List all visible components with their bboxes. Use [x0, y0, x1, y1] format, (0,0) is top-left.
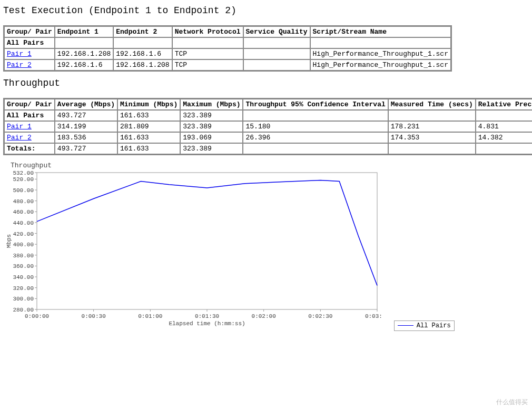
throughput-section-title: Throughput: [3, 78, 529, 88]
cell-proto: TCP: [172, 59, 243, 71]
cell-sq: [243, 59, 310, 71]
cell-pair: Pair 1: [4, 48, 55, 59]
cell-script: High_Performance_Throughput_1.scr: [310, 48, 451, 59]
svg-text:0:00:30: 0:00:30: [82, 313, 106, 319]
cell-avg: 314.199: [55, 121, 117, 132]
cell-time: 178.231: [388, 121, 476, 132]
table-row: Pair 1314.199281.809323.38915.180178.231…: [4, 121, 532, 132]
legend-line-icon: [398, 325, 413, 326]
chart-title: Throughput: [11, 162, 529, 169]
cell-pair: All Pairs: [4, 110, 55, 121]
cell-ci: 15.180: [243, 121, 388, 132]
exec-table: Group/ PairEndpoint 1Endpoint 2Network P…: [3, 25, 452, 72]
exec-col-header: Service Quality: [243, 26, 310, 37]
cell-ci: [243, 143, 388, 154]
cell-ci: [243, 110, 388, 121]
cell-max: 323.389: [180, 121, 243, 132]
legend-label: All Pairs: [417, 322, 451, 329]
cell-proto: [172, 37, 243, 48]
cell-pair: Pair 2: [4, 59, 55, 71]
cell-pair: Totals:: [4, 143, 55, 154]
table-row: Pair 1192.168.1.208192.168.1.6TCPHigh_Pe…: [4, 48, 451, 59]
svg-text:280.00: 280.00: [13, 307, 34, 313]
svg-text:460.00: 460.00: [13, 209, 34, 215]
cell-avg: 493.727: [55, 143, 117, 154]
exec-col-header: Endpoint 1: [55, 26, 113, 37]
cell-max: 193.069: [180, 132, 243, 143]
exec-col-header: Script/Stream Name: [310, 26, 451, 37]
svg-text:340.00: 340.00: [13, 274, 34, 280]
svg-text:520.00: 520.00: [13, 176, 34, 183]
cell-min: 161.633: [117, 143, 180, 154]
svg-text:420.00: 420.00: [13, 231, 34, 237]
svg-text:0:01:00: 0:01:00: [138, 313, 162, 319]
cell-e2: [113, 37, 172, 48]
cell-sq: [243, 37, 310, 48]
svg-text:Elapsed time (h:mm:ss): Elapsed time (h:mm:ss): [169, 320, 245, 327]
svg-text:0:02:30: 0:02:30: [308, 313, 332, 319]
cell-rp: 4.831: [476, 121, 532, 132]
tp-col-header: Maximum (Mbps): [180, 99, 243, 110]
cell-min: 281.809: [117, 121, 180, 132]
cell-avg: 183.536: [55, 132, 117, 143]
tp-col-header: Minimum (Mbps): [117, 99, 180, 110]
table-row: All Pairs493.727161.633323.389: [4, 110, 532, 121]
tp-col-header: Measured Time (secs): [388, 99, 476, 110]
pair-link[interactable]: Pair 2: [7, 61, 32, 69]
svg-text:500.00: 500.00: [13, 187, 34, 194]
cell-rp: 14.382: [476, 132, 532, 143]
cell-max: 323.389: [180, 110, 243, 121]
table-row: All Pairs: [4, 37, 451, 48]
cell-script: High_Performance_Throughput_1.scr: [310, 59, 451, 71]
cell-pair: Pair 2: [4, 132, 55, 143]
cell-proto: TCP: [172, 48, 243, 59]
cell-rp: [476, 143, 532, 154]
svg-text:0:03:00: 0:03:00: [365, 313, 382, 319]
cell-e1: 192.168.1.6: [55, 59, 113, 71]
cell-ci: 26.396: [243, 132, 388, 143]
table-row: Pair 2183.536161.633193.06926.396174.353…: [4, 132, 532, 143]
cell-e2: 192.168.1.208: [113, 59, 172, 71]
svg-text:0:00:00: 0:00:00: [25, 313, 49, 319]
cell-time: [388, 143, 476, 154]
tp-col-header: Average (Mbps): [55, 99, 117, 110]
table-row: Totals:493.727161.633323.389: [4, 143, 532, 154]
cell-script: [310, 37, 451, 48]
tp-col-header: Group/ Pair: [4, 99, 55, 110]
svg-text:320.00: 320.00: [13, 285, 34, 292]
svg-text:0:02:00: 0:02:00: [252, 313, 276, 319]
tp-col-header: Throughput 95% Confidence Interval: [243, 99, 388, 110]
svg-text:400.00: 400.00: [13, 242, 34, 248]
svg-text:380.00: 380.00: [13, 253, 34, 259]
cell-rp: [476, 110, 532, 121]
cell-sq: [243, 48, 310, 59]
svg-text:0:01:30: 0:01:30: [195, 313, 219, 319]
svg-text:300.00: 300.00: [13, 296, 34, 302]
pair-link[interactable]: Pair 2: [7, 134, 32, 142]
cell-e2: 192.168.1.6: [113, 48, 172, 59]
pair-link[interactable]: Pair 1: [7, 123, 32, 131]
cell-time: 174.353: [388, 132, 476, 143]
cell-e1: 192.168.1.208: [55, 48, 113, 59]
pair-link[interactable]: Pair 1: [7, 50, 32, 58]
svg-rect-0: [37, 173, 377, 309]
svg-text:532.00: 532.00: [13, 170, 34, 176]
cell-min: 161.633: [117, 132, 180, 143]
svg-text:360.00: 360.00: [13, 263, 34, 269]
cell-pair: All Pairs: [4, 37, 55, 48]
tp-col-header: Relative Precision: [476, 99, 532, 110]
exec-col-header: Endpoint 2: [113, 26, 172, 37]
cell-avg: 493.727: [55, 110, 117, 121]
cell-max: 323.389: [180, 143, 243, 154]
throughput-table: Group/ PairAverage (Mbps)Minimum (Mbps)M…: [3, 98, 532, 155]
cell-time: [388, 110, 476, 121]
chart-legend: All Pairs: [394, 320, 455, 331]
chart-svg: 280.00300.00320.00340.00360.00380.00400.…: [3, 169, 382, 327]
svg-text:Mbps: Mbps: [6, 234, 12, 248]
svg-text:440.00: 440.00: [13, 220, 34, 226]
cell-pair: Pair 1: [4, 121, 55, 132]
table-row: Pair 2192.168.1.6192.168.1.208TCPHigh_Pe…: [4, 59, 451, 71]
throughput-chart: Throughput 280.00300.00320.00340.00360.0…: [3, 162, 529, 331]
exec-col-header: Network Protocol: [172, 26, 243, 37]
cell-min: 161.633: [117, 110, 180, 121]
